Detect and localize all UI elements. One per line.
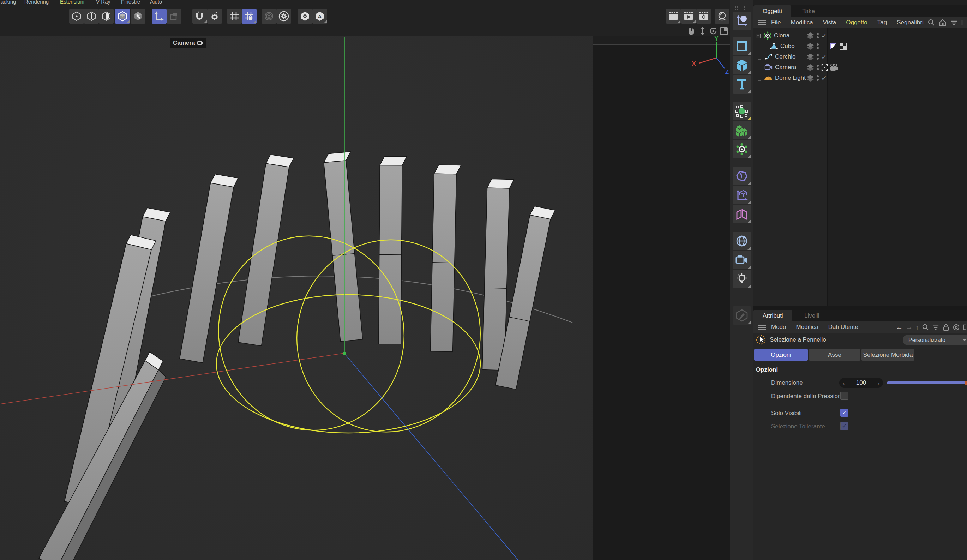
rotate-view-icon[interactable] xyxy=(709,27,718,35)
render-settings-icon[interactable] xyxy=(696,9,711,24)
compositing-tag-icon[interactable] xyxy=(840,43,847,50)
forward-arrow-icon[interactable]: → xyxy=(906,323,913,331)
enable-axis-icon[interactable] xyxy=(152,9,167,24)
render-picture-viewer-icon[interactable] xyxy=(681,9,696,24)
object-tree[interactable]: Clona ✓ Cubo xyxy=(754,28,967,306)
mograph-selection-icon[interactable] xyxy=(733,102,751,120)
menu-item[interactable]: Aiuto xyxy=(150,0,162,5)
palette-drag-handle[interactable] xyxy=(733,5,751,10)
pressione-checkbox[interactable] xyxy=(840,392,848,400)
am-menu-modifica[interactable]: Modifica xyxy=(796,324,818,331)
up-arrow-icon[interactable]: ↑ xyxy=(916,323,919,331)
visibility-dots-icon[interactable] xyxy=(816,32,819,39)
tree-row-dome-light[interactable]: Dome Light ✓ xyxy=(754,73,967,83)
menu-item[interactable]: acking xyxy=(1,0,16,5)
tab-opzioni[interactable]: Opzioni xyxy=(754,349,808,361)
search-icon[interactable] xyxy=(922,324,929,331)
tab-asse[interactable]: Asse xyxy=(809,349,860,361)
tree-row-clona[interactable]: Clona ✓ xyxy=(754,30,967,41)
render-view-icon[interactable] xyxy=(666,9,681,24)
enable-check-icon[interactable]: ✓ xyxy=(821,53,827,61)
camera-tag-icon[interactable] xyxy=(830,64,838,71)
object-label[interactable]: Cerchio xyxy=(775,53,796,60)
viewport-canvas[interactable]: Y X Z xyxy=(0,36,730,560)
am-menu-modo[interactable]: Modo xyxy=(771,324,786,331)
panel-menu-icon[interactable] xyxy=(758,324,766,330)
tab-livelli[interactable]: Livelli xyxy=(795,310,828,321)
deformer-icon[interactable] xyxy=(733,167,751,185)
cloner-icon[interactable] xyxy=(733,140,751,158)
dimensione-value[interactable]: 100 xyxy=(856,379,866,386)
pan-hand-icon[interactable] xyxy=(686,27,696,35)
quantize-lock-icon[interactable] xyxy=(242,9,257,24)
om-menu-tag[interactable]: Tag xyxy=(877,19,887,26)
lock-icon[interactable] xyxy=(942,324,950,331)
menu-item[interactable]: Finestre xyxy=(121,0,140,5)
cube-primitive-icon[interactable] xyxy=(733,56,751,74)
snap-settings-icon[interactable] xyxy=(207,9,222,24)
layers-icon[interactable] xyxy=(807,64,814,71)
preset-dropdown[interactable]: Personalizzato xyxy=(903,335,967,345)
object-label[interactable]: Cubo xyxy=(780,43,795,50)
grid-icon[interactable] xyxy=(227,9,242,24)
tree-row-cerchio[interactable]: Cerchio ✓ xyxy=(754,51,967,62)
isoline-icon[interactable] xyxy=(262,9,276,24)
model-mode-icon[interactable] xyxy=(115,9,130,24)
spinner-decrease-icon[interactable]: ‹ xyxy=(843,380,845,386)
layers-icon[interactable] xyxy=(807,74,814,82)
edges-mode-icon[interactable] xyxy=(84,9,99,24)
enable-check-icon[interactable]: ✓ xyxy=(821,74,827,82)
volume-builder-icon[interactable] xyxy=(733,121,751,139)
layers-icon[interactable] xyxy=(807,32,814,39)
clipped-icon[interactable] xyxy=(963,324,965,331)
filter-icon[interactable] xyxy=(932,324,939,331)
panel-menu-icon[interactable] xyxy=(758,20,766,25)
symmetry-icon[interactable] xyxy=(733,205,751,223)
menu-item-estensioni[interactable]: Estensioni xyxy=(60,0,84,5)
workplane-icon[interactable] xyxy=(167,9,182,24)
texture-mode-icon[interactable] xyxy=(130,9,145,24)
maximize-view-icon[interactable] xyxy=(719,27,728,35)
home-icon[interactable] xyxy=(939,19,947,26)
om-menu-modifica[interactable]: Modifica xyxy=(790,19,813,26)
coordinates-manager-icon[interactable] xyxy=(733,12,751,30)
sky-object-icon[interactable] xyxy=(733,232,751,250)
dimensione-spinner[interactable]: ‹ 100 › xyxy=(839,378,883,388)
viewport[interactable]: Y X Z Ca xyxy=(0,36,730,560)
om-menu-file[interactable]: File xyxy=(771,19,781,26)
menu-item[interactable]: Rendering xyxy=(24,0,49,5)
workplane-axis-icon[interactable] xyxy=(733,186,751,204)
phong-tag-icon[interactable] xyxy=(830,43,837,50)
light-object-icon[interactable] xyxy=(733,270,751,288)
filter-icon[interactable] xyxy=(950,19,958,26)
viewport-filter-icon[interactable] xyxy=(297,9,312,24)
zoom-icon[interactable] xyxy=(698,27,707,35)
tab-oggetti[interactable]: Oggetti xyxy=(754,5,791,17)
slider-handle[interactable] xyxy=(965,381,967,385)
back-arrow-icon[interactable]: ← xyxy=(896,323,903,331)
interactive-render-icon[interactable] xyxy=(715,9,729,24)
visibility-dots-icon[interactable] xyxy=(816,74,819,82)
layers-icon[interactable] xyxy=(807,43,814,50)
object-label[interactable]: Camera xyxy=(775,64,796,71)
visibility-dots-icon[interactable] xyxy=(816,64,819,71)
polygons-mode-icon[interactable] xyxy=(99,9,114,24)
object-label[interactable]: Clona xyxy=(774,32,789,39)
target-icon[interactable] xyxy=(952,324,960,331)
enable-check-icon[interactable]: ✓ xyxy=(821,32,827,40)
snap-enable-icon[interactable] xyxy=(192,9,207,24)
points-mode-icon[interactable] xyxy=(69,9,84,24)
layer-browser-icon[interactable] xyxy=(961,19,965,26)
menu-item[interactable]: V-Ray xyxy=(96,0,111,5)
tree-row-camera[interactable]: Camera xyxy=(754,62,967,73)
camera-object-icon[interactable] xyxy=(733,251,751,269)
search-icon[interactable] xyxy=(927,19,935,26)
om-menu-vista[interactable]: Vista xyxy=(823,19,837,26)
motext-icon[interactable] xyxy=(733,75,751,94)
camera-view-toggle-icon[interactable] xyxy=(821,64,828,71)
om-menu-oggetto[interactable]: Oggetto xyxy=(846,19,868,26)
modeling-settings-icon[interactable] xyxy=(276,9,291,24)
panel-divider[interactable] xyxy=(754,306,967,310)
object-label[interactable]: Dome Light xyxy=(775,74,806,82)
dimensione-slider[interactable] xyxy=(887,381,967,384)
